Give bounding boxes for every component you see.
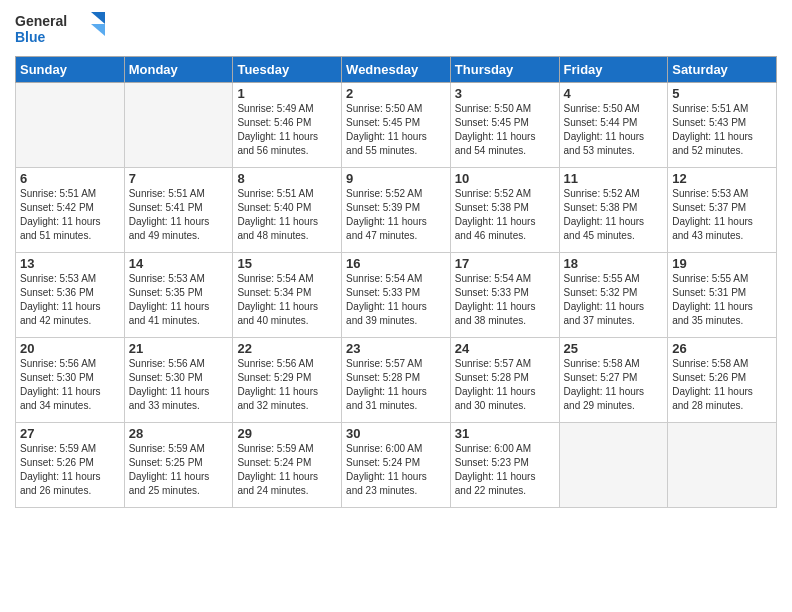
logo-svg: General Blue bbox=[15, 10, 105, 48]
day-number: 18 bbox=[564, 256, 664, 271]
day-number: 1 bbox=[237, 86, 337, 101]
day-number: 16 bbox=[346, 256, 446, 271]
day-detail: Sunrise: 5:57 AMSunset: 5:28 PMDaylight:… bbox=[346, 357, 446, 413]
calendar-cell: 27Sunrise: 5:59 AMSunset: 5:26 PMDayligh… bbox=[16, 423, 125, 508]
calendar-week-4: 20Sunrise: 5:56 AMSunset: 5:30 PMDayligh… bbox=[16, 338, 777, 423]
svg-marker-2 bbox=[91, 12, 105, 24]
logo: General Blue bbox=[15, 10, 105, 48]
day-detail: Sunrise: 5:55 AMSunset: 5:32 PMDaylight:… bbox=[564, 272, 664, 328]
day-number: 31 bbox=[455, 426, 555, 441]
weekday-header-wednesday: Wednesday bbox=[342, 57, 451, 83]
weekday-header-tuesday: Tuesday bbox=[233, 57, 342, 83]
calendar-week-2: 6Sunrise: 5:51 AMSunset: 5:42 PMDaylight… bbox=[16, 168, 777, 253]
calendar-cell: 1Sunrise: 5:49 AMSunset: 5:46 PMDaylight… bbox=[233, 83, 342, 168]
day-detail: Sunrise: 5:53 AMSunset: 5:37 PMDaylight:… bbox=[672, 187, 772, 243]
calendar-cell: 15Sunrise: 5:54 AMSunset: 5:34 PMDayligh… bbox=[233, 253, 342, 338]
calendar-week-3: 13Sunrise: 5:53 AMSunset: 5:36 PMDayligh… bbox=[16, 253, 777, 338]
calendar-cell: 8Sunrise: 5:51 AMSunset: 5:40 PMDaylight… bbox=[233, 168, 342, 253]
day-number: 10 bbox=[455, 171, 555, 186]
day-number: 13 bbox=[20, 256, 120, 271]
day-detail: Sunrise: 5:56 AMSunset: 5:30 PMDaylight:… bbox=[20, 357, 120, 413]
day-detail: Sunrise: 5:52 AMSunset: 5:39 PMDaylight:… bbox=[346, 187, 446, 243]
day-detail: Sunrise: 5:53 AMSunset: 5:36 PMDaylight:… bbox=[20, 272, 120, 328]
day-number: 9 bbox=[346, 171, 446, 186]
calendar-cell: 21Sunrise: 5:56 AMSunset: 5:30 PMDayligh… bbox=[124, 338, 233, 423]
day-number: 17 bbox=[455, 256, 555, 271]
calendar-cell: 31Sunrise: 6:00 AMSunset: 5:23 PMDayligh… bbox=[450, 423, 559, 508]
header: General Blue bbox=[15, 10, 777, 48]
day-detail: Sunrise: 5:51 AMSunset: 5:42 PMDaylight:… bbox=[20, 187, 120, 243]
calendar-week-1: 1Sunrise: 5:49 AMSunset: 5:46 PMDaylight… bbox=[16, 83, 777, 168]
day-number: 15 bbox=[237, 256, 337, 271]
weekday-header-monday: Monday bbox=[124, 57, 233, 83]
day-detail: Sunrise: 5:55 AMSunset: 5:31 PMDaylight:… bbox=[672, 272, 772, 328]
calendar-cell: 25Sunrise: 5:58 AMSunset: 5:27 PMDayligh… bbox=[559, 338, 668, 423]
calendar-cell: 29Sunrise: 5:59 AMSunset: 5:24 PMDayligh… bbox=[233, 423, 342, 508]
calendar-cell: 13Sunrise: 5:53 AMSunset: 5:36 PMDayligh… bbox=[16, 253, 125, 338]
calendar-cell: 7Sunrise: 5:51 AMSunset: 5:41 PMDaylight… bbox=[124, 168, 233, 253]
calendar-cell: 16Sunrise: 5:54 AMSunset: 5:33 PMDayligh… bbox=[342, 253, 451, 338]
weekday-header-row: SundayMondayTuesdayWednesdayThursdayFrid… bbox=[16, 57, 777, 83]
day-number: 3 bbox=[455, 86, 555, 101]
day-detail: Sunrise: 6:00 AMSunset: 5:23 PMDaylight:… bbox=[455, 442, 555, 498]
calendar-cell: 30Sunrise: 6:00 AMSunset: 5:24 PMDayligh… bbox=[342, 423, 451, 508]
day-number: 6 bbox=[20, 171, 120, 186]
day-detail: Sunrise: 5:56 AMSunset: 5:29 PMDaylight:… bbox=[237, 357, 337, 413]
day-number: 20 bbox=[20, 341, 120, 356]
day-number: 23 bbox=[346, 341, 446, 356]
calendar-cell: 20Sunrise: 5:56 AMSunset: 5:30 PMDayligh… bbox=[16, 338, 125, 423]
day-number: 2 bbox=[346, 86, 446, 101]
day-number: 19 bbox=[672, 256, 772, 271]
calendar-cell: 26Sunrise: 5:58 AMSunset: 5:26 PMDayligh… bbox=[668, 338, 777, 423]
day-number: 11 bbox=[564, 171, 664, 186]
calendar-cell: 22Sunrise: 5:56 AMSunset: 5:29 PMDayligh… bbox=[233, 338, 342, 423]
weekday-header-thursday: Thursday bbox=[450, 57, 559, 83]
day-detail: Sunrise: 5:50 AMSunset: 5:44 PMDaylight:… bbox=[564, 102, 664, 158]
calendar-cell: 17Sunrise: 5:54 AMSunset: 5:33 PMDayligh… bbox=[450, 253, 559, 338]
svg-marker-3 bbox=[91, 24, 105, 36]
calendar-cell: 9Sunrise: 5:52 AMSunset: 5:39 PMDaylight… bbox=[342, 168, 451, 253]
calendar-table: SundayMondayTuesdayWednesdayThursdayFrid… bbox=[15, 56, 777, 508]
day-detail: Sunrise: 5:59 AMSunset: 5:26 PMDaylight:… bbox=[20, 442, 120, 498]
calendar-cell: 28Sunrise: 5:59 AMSunset: 5:25 PMDayligh… bbox=[124, 423, 233, 508]
day-number: 24 bbox=[455, 341, 555, 356]
weekday-header-sunday: Sunday bbox=[16, 57, 125, 83]
calendar-cell: 4Sunrise: 5:50 AMSunset: 5:44 PMDaylight… bbox=[559, 83, 668, 168]
calendar-cell bbox=[559, 423, 668, 508]
day-number: 30 bbox=[346, 426, 446, 441]
day-detail: Sunrise: 5:50 AMSunset: 5:45 PMDaylight:… bbox=[455, 102, 555, 158]
calendar-cell bbox=[16, 83, 125, 168]
svg-text:General: General bbox=[15, 13, 67, 29]
day-detail: Sunrise: 5:50 AMSunset: 5:45 PMDaylight:… bbox=[346, 102, 446, 158]
calendar-cell: 18Sunrise: 5:55 AMSunset: 5:32 PMDayligh… bbox=[559, 253, 668, 338]
day-number: 21 bbox=[129, 341, 229, 356]
day-number: 26 bbox=[672, 341, 772, 356]
day-number: 25 bbox=[564, 341, 664, 356]
day-detail: Sunrise: 5:54 AMSunset: 5:34 PMDaylight:… bbox=[237, 272, 337, 328]
calendar-cell: 12Sunrise: 5:53 AMSunset: 5:37 PMDayligh… bbox=[668, 168, 777, 253]
day-detail: Sunrise: 5:53 AMSunset: 5:35 PMDaylight:… bbox=[129, 272, 229, 328]
day-number: 28 bbox=[129, 426, 229, 441]
day-detail: Sunrise: 5:51 AMSunset: 5:40 PMDaylight:… bbox=[237, 187, 337, 243]
calendar-cell bbox=[668, 423, 777, 508]
day-detail: Sunrise: 5:57 AMSunset: 5:28 PMDaylight:… bbox=[455, 357, 555, 413]
calendar-cell: 11Sunrise: 5:52 AMSunset: 5:38 PMDayligh… bbox=[559, 168, 668, 253]
day-detail: Sunrise: 5:49 AMSunset: 5:46 PMDaylight:… bbox=[237, 102, 337, 158]
day-detail: Sunrise: 5:56 AMSunset: 5:30 PMDaylight:… bbox=[129, 357, 229, 413]
calendar-cell: 6Sunrise: 5:51 AMSunset: 5:42 PMDaylight… bbox=[16, 168, 125, 253]
day-detail: Sunrise: 6:00 AMSunset: 5:24 PMDaylight:… bbox=[346, 442, 446, 498]
weekday-header-friday: Friday bbox=[559, 57, 668, 83]
calendar-cell: 19Sunrise: 5:55 AMSunset: 5:31 PMDayligh… bbox=[668, 253, 777, 338]
day-detail: Sunrise: 5:59 AMSunset: 5:25 PMDaylight:… bbox=[129, 442, 229, 498]
day-number: 14 bbox=[129, 256, 229, 271]
day-detail: Sunrise: 5:54 AMSunset: 5:33 PMDaylight:… bbox=[455, 272, 555, 328]
day-detail: Sunrise: 5:52 AMSunset: 5:38 PMDaylight:… bbox=[455, 187, 555, 243]
page: General Blue SundayMondayTuesdayWednesda… bbox=[0, 0, 792, 523]
calendar-cell bbox=[124, 83, 233, 168]
calendar-cell: 23Sunrise: 5:57 AMSunset: 5:28 PMDayligh… bbox=[342, 338, 451, 423]
day-detail: Sunrise: 5:58 AMSunset: 5:27 PMDaylight:… bbox=[564, 357, 664, 413]
calendar-cell: 14Sunrise: 5:53 AMSunset: 5:35 PMDayligh… bbox=[124, 253, 233, 338]
day-detail: Sunrise: 5:51 AMSunset: 5:43 PMDaylight:… bbox=[672, 102, 772, 158]
day-detail: Sunrise: 5:52 AMSunset: 5:38 PMDaylight:… bbox=[564, 187, 664, 243]
calendar-cell: 10Sunrise: 5:52 AMSunset: 5:38 PMDayligh… bbox=[450, 168, 559, 253]
